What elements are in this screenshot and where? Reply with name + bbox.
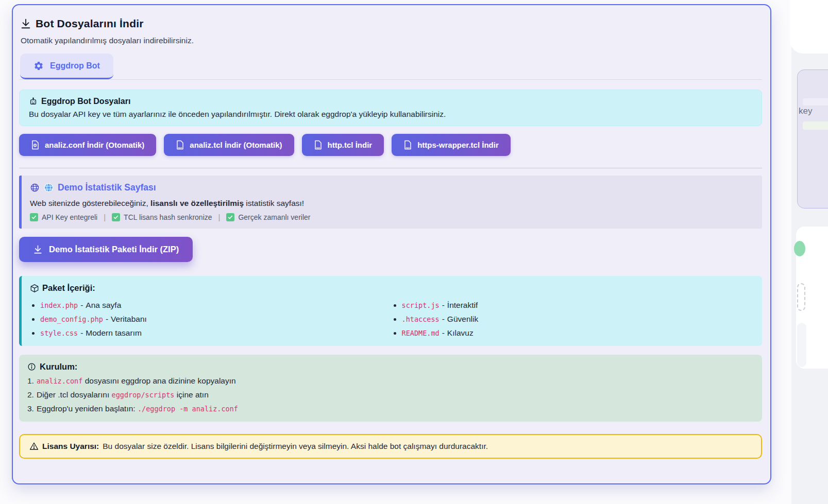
button-label: Demo İstatistik Paketi İndir (ZIP) [49,245,179,254]
text-file-icon: TXT [403,140,412,150]
package-contents-panel: Paket İçeriği: index.php-Ana sayfa demo_… [19,276,762,346]
avatar [794,241,805,256]
package-item: index.php-Ana sayfa [40,301,392,310]
demo-statistics-panel: Demo İstatistik Sayfası Web sitenizde gö… [19,176,762,229]
install-step: 1.analiz.conf dosyasını eggdrop ana dizi… [27,376,753,386]
demo-panel-description: Web sitenizde gösterebileceğiniz, lisans… [30,199,753,208]
config-file-icon [31,140,40,150]
gear-icon [33,61,44,71]
check-icon [112,213,120,221]
package-item: script.js-İnteraktif [402,301,753,310]
feature-item: TCL lisans hash senkronize [112,213,212,221]
warning-text: Bu dosyalar size özeldir. Lisans bilgile… [103,442,488,451]
installation-panel: Kurulum: 1.analiz.conf dosyasını eggdrop… [19,355,762,422]
globe-outline-icon [30,183,40,193]
button-label: https-wrapper.tcl İndir [417,141,499,149]
package-panel-title: Paket İçeriği: [42,283,95,293]
demo-panel-title: Demo İstatistik Sayfası [58,182,156,193]
page-subtitle: Otomatik yapılandırılmış dosyaları indir… [21,36,762,45]
download-icon [20,18,31,29]
feature-separator: | [218,213,221,221]
warning-title: Lisans Uyarısı: [42,442,99,451]
check-icon [30,213,38,221]
gray-placeholder [797,323,806,367]
demo-feature-list: API Key entegreli | TCL lisans hash senk… [30,213,753,221]
feature-separator: | [104,213,106,221]
skeleton-row [803,121,828,130]
svg-text:TXT: TXT [405,147,410,149]
license-warning-panel: Lisans Uyarısı: Bu dosyalar size özeldir… [19,434,762,459]
info-icon [27,362,36,371]
download-buttons-row: analiz.conf İndir (Otomatik) TXT analiz.… [19,134,762,156]
page-title: Bot Dosyalarını İndir [36,18,144,30]
tab-label: Eggdrop Bot [50,61,100,71]
text-file-icon: TXT [314,140,323,150]
download-icon [33,245,43,254]
download-demo-zip-button[interactable]: Demo İstatistik Paketi İndir (ZIP) [19,237,193,262]
background-card-mid-right [796,227,828,369]
feature-item: API Key entegreli [30,213,97,221]
package-item: demo_config.php-Veritabanı [40,315,392,324]
download-bot-files-modal: Bot Dosyalarını İndir Otomatik yapılandı… [12,4,771,484]
download-analiz-conf-button[interactable]: analiz.conf İndir (Otomatik) [19,134,156,156]
button-label: http.tcl İndir [328,141,373,149]
install-step: 2.Diğer .tcl dosyalarını eggdrop/scripts… [27,390,753,399]
text-file-icon: TXT [176,140,184,150]
warning-icon [29,442,39,451]
package-item: README.md-Kılavuz [402,328,753,338]
package-item: style.css-Modern tasarım [40,328,392,338]
feature-label: Gerçek zamanlı veriler [238,213,310,221]
feature-item: Gerçek zamanlı veriler [226,213,310,221]
feature-label: TCL lisans hash senkronize [124,213,212,221]
info-panel-description: Bu dosyalar API key ve tüm ayarlarınız i… [29,110,752,119]
background-api-key-card: key [797,69,828,208]
robot-icon [29,97,38,106]
download-analiz-tcl-button[interactable]: TXT analiz.tcl İndir (Otomatik) [164,134,294,156]
eggdrop-files-info-panel: Eggdrop Bot Dosyaları Bu dosyalar API ke… [19,90,762,126]
globe-blue-icon [44,183,54,193]
svg-text:TXT: TXT [316,147,320,149]
skeleton-row [803,98,828,106]
tab-bar: Eggdrop Bot [19,54,762,80]
background-card-top-right [790,0,828,54]
info-panel-title: Eggdrop Bot Dosyaları [41,97,130,106]
package-item: .htaccess-Güvenlik [402,315,753,324]
dashed-placeholder [797,283,805,311]
section-divider [19,168,762,168]
download-http-tcl-button[interactable]: TXT http.tcl İndir [302,134,384,156]
tab-eggdrop-bot[interactable]: Eggdrop Bot [20,54,113,79]
installation-panel-title: Kurulum: [40,362,77,372]
install-step: 3.Eggdrop'u yeniden başlatın: ./eggdrop … [27,404,753,413]
package-list-right: script.js-İnteraktif .htaccess-Güvenlik … [392,296,753,338]
package-icon [30,284,39,293]
button-label: analiz.tcl İndir (Otomatik) [190,141,282,149]
package-list-left: index.php-Ana sayfa demo_config.php-Veri… [30,296,392,338]
check-icon [226,213,234,221]
download-https-wrapper-tcl-button[interactable]: TXT https-wrapper.tcl İndir [392,134,511,156]
api-key-label: key [799,106,812,116]
button-label: analiz.conf İndir (Otomatik) [45,141,144,149]
svg-text:TXT: TXT [178,147,183,149]
feature-label: API Key entegreli [42,213,97,221]
